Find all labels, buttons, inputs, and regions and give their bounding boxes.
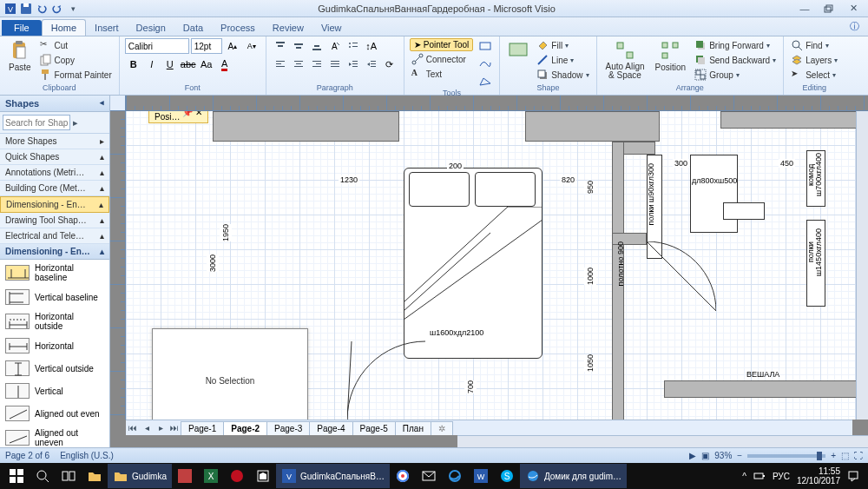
cut-button[interactable]: ✂Cut	[38, 38, 114, 52]
close-button[interactable]: ✕	[842, 2, 865, 16]
panel-section-annotations[interactable]: Annotations (Metri…▴	[0, 165, 109, 181]
text-tool-button[interactable]: AText	[410, 67, 474, 81]
taskbar-item[interactable]: VGudimkaСпальняВ…	[276, 464, 390, 488]
connector-button[interactable]: Connector	[410, 52, 474, 66]
fullscreen-button[interactable]: ⛶	[854, 451, 863, 460]
position-button[interactable]: Position	[652, 38, 690, 74]
status-page[interactable]: Page 2 of 6	[5, 451, 49, 460]
taskbar-item[interactable]: Домик для gudim…	[520, 464, 627, 488]
dresser-drawer[interactable]	[723, 202, 765, 220]
freeform-tool-button[interactable]	[477, 56, 494, 71]
bullets-button[interactable]	[345, 38, 362, 54]
page-tab[interactable]: Page-4	[309, 421, 352, 435]
grow-font-button[interactable]: A▴	[224, 38, 241, 54]
shadow-button[interactable]: Shadow▾	[535, 68, 590, 82]
panel-section-electrical[interactable]: Electrical and Tele…▴	[0, 228, 109, 244]
text-direction-button[interactable]: ↕A	[363, 38, 380, 54]
align-left-button[interactable]	[272, 56, 289, 72]
taskbar-app-icon[interactable]	[250, 464, 276, 488]
tab-design[interactable]: Design	[128, 20, 174, 36]
zoom-slider[interactable]	[747, 454, 825, 458]
save-icon[interactable]	[19, 2, 33, 16]
notifications-icon[interactable]	[847, 470, 859, 482]
orientation-button[interactable]: A	[326, 38, 344, 54]
taskbar-item[interactable]: Gudimka	[108, 464, 172, 488]
explorer-button[interactable]	[82, 464, 108, 488]
copy-button[interactable]: Copy	[38, 53, 114, 67]
tab-process[interactable]: Process	[212, 20, 264, 36]
qat-dropdown-icon[interactable]: ▾	[66, 2, 80, 16]
align-center-button[interactable]	[290, 56, 307, 72]
wall[interactable]	[525, 111, 660, 142]
minimize-button[interactable]: —	[793, 2, 816, 16]
panel-section-dimensioning[interactable]: Dimensioning - En…▴	[0, 196, 109, 213]
font-color-button[interactable]: A	[216, 56, 233, 72]
taskbar-app-icon[interactable]	[416, 464, 442, 488]
tray-chevron-icon[interactable]: ^	[742, 472, 746, 481]
zoom-in-button[interactable]: +	[831, 451, 836, 460]
group-button[interactable]: Group▾	[693, 68, 778, 82]
shape-item[interactable]: Horizontal	[0, 334, 109, 357]
nav-prev-icon[interactable]: ◂	[140, 423, 154, 433]
quick-styles-button[interactable]	[505, 38, 531, 63]
shrink-font-button[interactable]: A▾	[243, 38, 260, 54]
taskbar-app-icon[interactable]	[172, 464, 198, 488]
search-input[interactable]	[3, 115, 70, 130]
line-button[interactable]: Line▾	[535, 53, 590, 67]
panel-section-more[interactable]: More Shapes▸	[0, 134, 109, 149]
shape-item[interactable]: Aligned out uneven	[0, 425, 109, 447]
taskbar-app-icon[interactable]: X	[198, 464, 224, 488]
nav-first-icon[interactable]: ⏮	[126, 423, 140, 433]
dresser[interactable]	[690, 155, 738, 233]
align-top-button[interactable]	[272, 38, 289, 54]
page-tab[interactable]: Page-1	[181, 421, 224, 435]
tray-clock[interactable]: 11:55 12/10/2017	[797, 466, 840, 486]
layers-button[interactable]: Layers▾	[789, 53, 839, 67]
align-bottom-button[interactable]	[308, 38, 326, 54]
shape-item[interactable]: Vertical	[0, 380, 109, 402]
shape-item[interactable]: Horizontal outside	[0, 308, 109, 334]
send-backward-button[interactable]: Send Backward▾	[693, 53, 778, 67]
tray-battery-icon[interactable]	[753, 470, 766, 482]
nav-last-icon[interactable]: ⏭	[168, 423, 181, 433]
dec-indent-button[interactable]	[345, 56, 362, 72]
inc-indent-button[interactable]	[363, 56, 380, 72]
horizontal-scrollbar[interactable]	[457, 435, 868, 447]
underline-button[interactable]: U	[161, 56, 179, 72]
door-arc[interactable]	[347, 337, 434, 420]
panel-collapse-icon[interactable]: ◂	[100, 98, 104, 109]
nav-next-icon[interactable]: ▸	[154, 423, 168, 433]
bring-forward-button[interactable]: Bring Forward▾	[693, 38, 778, 52]
shape-item[interactable]: Horizontal baseline	[0, 260, 109, 286]
tray-lang[interactable]: РУС	[773, 472, 790, 481]
ruler-horizontal[interactable]	[126, 96, 868, 111]
format-painter-button[interactable]: Format Painter	[38, 68, 114, 82]
status-lang[interactable]: English (U.S.)	[60, 451, 114, 460]
taskbar-app-icon[interactable]	[390, 464, 416, 488]
page-tab[interactable]: Page-5	[352, 421, 396, 435]
pillow[interactable]	[409, 172, 470, 207]
taskbar-app-icon[interactable]: S	[494, 464, 520, 488]
taskbar-app-icon[interactable]	[224, 464, 250, 488]
rotate-text-button[interactable]: ⟳	[381, 56, 398, 72]
paste-button[interactable]: Paste	[5, 38, 35, 74]
file-tab[interactable]: File	[2, 20, 42, 36]
autoalign-button[interactable]: Auto Align & Space	[602, 38, 648, 82]
tab-review[interactable]: Review	[264, 20, 312, 36]
zoom-value[interactable]: 93%	[714, 451, 732, 460]
wall[interactable]	[720, 111, 868, 129]
insert-page-button[interactable]: ✲	[431, 421, 453, 435]
ellipse-tool-button[interactable]	[477, 73, 494, 89]
panel-section-building[interactable]: Building Core (Met…▴	[0, 181, 109, 196]
fit-page-button[interactable]: ⬚	[841, 451, 849, 460]
page-tab[interactable]: Page-3	[266, 421, 310, 435]
align-middle-button[interactable]	[290, 38, 307, 54]
tab-view[interactable]: View	[312, 20, 351, 36]
font-size-combo[interactable]: 12pt	[191, 38, 222, 54]
italic-button[interactable]: I	[143, 56, 161, 72]
presentation-icon[interactable]: ▣	[701, 451, 709, 460]
zoom-out-button[interactable]: −	[737, 451, 742, 460]
fill-button[interactable]: Fill▾	[535, 38, 590, 52]
tab-data[interactable]: Data	[174, 20, 212, 36]
search-go-icon[interactable]: ▸	[70, 117, 81, 128]
